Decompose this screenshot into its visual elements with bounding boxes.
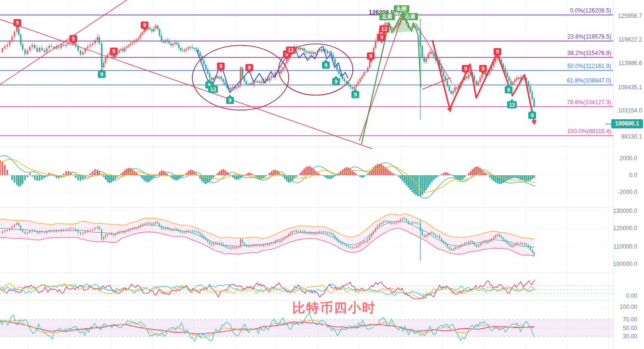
boll-candle-body [78,230,79,232]
boll-candle-body [200,233,201,235]
boll-candle-body [25,232,26,234]
macd-histogram-bar [279,172,280,175]
pattern-label-right-shoulder[interactable]: 右肩 [402,13,418,20]
boll-candle-body [455,248,456,249]
trendline[interactable] [0,19,372,149]
main-candle-body [232,87,234,88]
main-candle-body [358,82,359,84]
boll-candle-body [66,230,67,230]
macd-histogram-bar [29,173,31,175]
boll-candle-body [236,248,237,248]
boll-candle-body [167,228,168,228]
boll-candle-body [259,245,260,246]
boll-candle-body [410,223,411,223]
main-candle-body [219,77,220,78]
main-candle-body [122,49,124,51]
trendline[interactable] [0,0,127,84]
boll-candle-body [34,230,35,231]
macd-histogram-bar [144,175,145,181]
boll-candle-body [248,246,249,247]
macd-histogram-bar [509,175,510,180]
indicator-axis-label: 110000.0 [614,243,637,250]
boll-candle-body [292,231,293,233]
macd-histogram-bar [109,175,110,183]
main-candle-body [281,70,282,73]
indicator-axis-label: 50.00 [623,325,637,332]
boll-candle-body [174,229,175,229]
main-candle-body [63,44,65,46]
boll-candle-body [480,243,481,245]
main-candle-body [169,41,170,43]
boll-candle-body [155,222,156,223]
macd-histogram-bar [213,175,215,178]
main-candle-body [476,81,477,85]
macd-histogram-bar [365,175,367,176]
boll-candle-body [205,238,206,240]
boll-candle-body [87,231,88,232]
boll-candle-body [144,224,145,225]
main-candle-body [140,35,141,38]
main-candle-body [51,46,53,47]
boll-candle-body [493,237,494,239]
fib-level-label: 23.6%(119578.5) [567,33,611,40]
main-candle-body [468,75,470,78]
boll-candle-body [255,245,256,245]
boll-candle-body [228,248,229,249]
main-candle-body [528,82,529,86]
boll-candle-body [530,247,531,250]
main-candle-body [321,49,322,51]
boll-candle-body [464,243,465,245]
boll-candle-body [510,245,511,246]
boll-candle-body [92,229,93,230]
main-candle-body [173,44,174,45]
price-axis-label: 103154.0 [618,107,642,114]
boll-candle-body [350,247,351,248]
boll-candle-body [273,243,274,243]
boll-candle-body [516,243,517,244]
trendline[interactable] [416,23,452,83]
macd-histogram-bar [443,173,444,175]
boll-candle-body [99,227,100,229]
pattern-label-left-shoulder[interactable]: 左肩 [379,13,395,20]
main-candle-body [211,78,213,80]
main-candle-body [41,48,43,50]
main-candle-body [180,48,182,51]
macd-histogram-bar [182,175,184,177]
indicator-axis-label: 100.00 [619,304,637,310]
macd-histogram-bar [377,164,378,175]
macd-histogram-bar [271,171,272,175]
pattern-label-head[interactable]: 头部 [394,5,409,13]
macd-histogram-bar [335,175,336,176]
macd-histogram-bar [250,173,251,175]
boll-candle-body [416,223,416,223]
boll-candle-body [203,237,204,238]
td-badge-number: 9 [72,36,75,42]
boll-candle-body [252,246,253,246]
boll-candle-body [367,239,368,241]
boll-candle-body [269,243,270,244]
main-candle-body [302,48,303,50]
boll-candle-body [381,223,382,224]
boll-candle-body [103,237,104,239]
boll-candle-body [190,231,191,232]
chart-canvas[interactable]: 0.0%(126208.5)23.6%(119578.5)38.2%(11547… [0,0,644,349]
main-candle-body [325,49,326,51]
boll-candle-body [58,231,59,231]
macd-histogram-bar [451,175,452,175]
macd-histogram-bar [219,171,220,175]
boll-candle-body [392,223,393,223]
boll-candle-body [207,240,208,242]
main-candle-body [82,52,84,55]
main-candle-body [474,76,475,81]
boll-candle-body [132,229,133,229]
macd-histogram-bar [323,175,324,176]
boll-candle-body [302,231,303,232]
macd-histogram-bar [510,175,512,179]
macd-histogram-bar [424,175,425,193]
main-candle-body [429,52,431,54]
boll-candle-body [313,233,314,234]
main-candle-body [466,77,468,78]
head-shoulders-drawing[interactable] [362,13,421,144]
boll-candle-body [246,245,247,246]
macd-histogram-bar [217,173,218,175]
